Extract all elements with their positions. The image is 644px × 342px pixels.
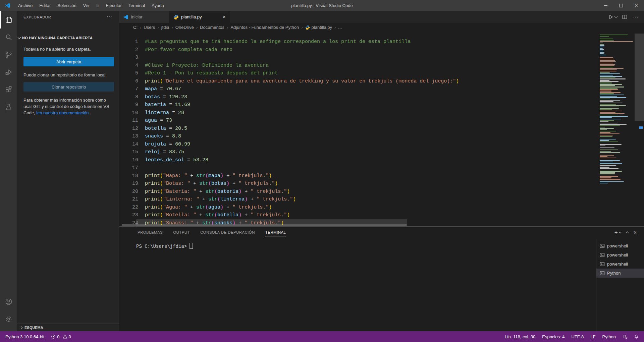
line-text: lentes_de_sol = 53.28 [138,156,208,164]
code-line[interactable]: 5#Reto 1 - Pon tu respuesta después del … [119,69,459,77]
more-actions-icon[interactable]: ··· [632,14,639,20]
encoding-status[interactable]: UTF-8 [572,334,584,339]
overview-ruler-marker [639,126,643,129]
notifications-bell-icon[interactable] [634,334,639,339]
menu-editar[interactable]: Editar [36,0,54,11]
line-text: reloj = 83.75 [138,148,184,156]
breadcrumb-item[interactable]: C: [133,25,138,30]
close-panel-icon[interactable]: × [634,230,637,236]
menu-ir[interactable]: Ir [93,0,102,11]
close-tab-icon[interactable]: × [223,14,226,20]
terminal-list-item[interactable]: Python [596,269,644,278]
breadcrumb-symbol-tail[interactable]: ... [338,25,342,30]
breadcrumb-item[interactable]: Adjuntos - Fundamentos de Python [230,25,299,30]
breadcrumb-item[interactable]: Users [144,25,155,30]
code-editor[interactable]: 1#Las preguntas que te irá haciendo la e… [119,32,644,226]
clone-repo-button[interactable]: Clonar repositorio [23,82,114,92]
outline-section-header[interactable]: ESQUEMA [17,324,119,331]
split-editor-icon[interactable] [622,14,627,19]
python-file-icon [305,25,310,30]
code-line[interactable]: 20print("Batería: " + str(bateria) + " t… [119,188,459,196]
code-line[interactable]: 22print("Agua: " + str(agua) + " trekjul… [119,204,459,212]
breadcrumb-item[interactable]: jfdia [161,25,169,30]
documentation-link[interactable]: lea nuestra documentación [36,110,89,115]
source-control-icon[interactable] [0,46,17,63]
run-python-file-button[interactable] [608,14,617,19]
run-debug-icon[interactable] [0,63,17,81]
eol-status[interactable]: LF [590,334,595,339]
code-line[interactable]: 18print("Mapa: " + str(mapa) + " trekjul… [119,172,459,180]
minimap-line [600,92,621,93]
panel-tab-problemas[interactable]: PROBLEMAS [138,227,163,238]
code-line[interactable]: 1#Las preguntas que te irá haciendo la e… [119,38,459,46]
terminal-list-item[interactable]: powershell [596,250,644,260]
feedback-icon[interactable] [623,334,627,339]
code-line[interactable]: 11agua = 73 [119,117,459,125]
code-line[interactable]: 21print("Linterna: " + str(linterna) + "… [119,195,459,204]
testing-icon[interactable] [0,98,17,116]
code-line[interactable]: 16lentes_de_sol = 53.28 [119,156,459,164]
sidebar-more-actions-icon[interactable]: ··· [107,14,113,20]
line-text: print("Agua: " + str(agua) + " trekjuls.… [138,204,272,212]
code-line[interactable]: 15reloj = 83.75 [119,148,459,156]
tab-iniciar[interactable]: Iniciar [119,11,169,23]
minimap-line [600,135,613,135]
tab-plantilla-py[interactable]: plantilla.py × [169,11,230,23]
breadcrumb-item[interactable]: OneDrive [175,25,194,30]
chevron-down-icon[interactable] [614,15,618,18]
code-line[interactable]: 4#Clase 1 Proyecto: Definiendo la aventu… [119,62,459,70]
open-folder-button[interactable]: Abrir carpeta [23,57,114,66]
menu-ayuda[interactable]: Ayuda [148,0,167,11]
extensions-icon[interactable] [0,81,17,98]
menu-selección[interactable]: Selección [54,0,79,11]
code-line[interactable]: 8botas = 120.23 [119,93,459,101]
close-window-button[interactable]: × [629,0,644,11]
settings-gear-icon[interactable] [0,310,17,328]
panel-tab-output[interactable]: OUTPUT [173,227,190,238]
terminal[interactable]: PS C:\Users\jfdia> [119,239,596,331]
code-line[interactable]: 3 [119,54,459,62]
minimap-line [600,104,616,105]
breadcrumb-item[interactable]: Documentos [200,25,224,30]
editor-scrollbar-thumb[interactable] [635,34,644,121]
tab-label: plantilla.py [181,14,202,19]
terminal-list-item[interactable]: powershell [596,260,644,269]
breadcrumb-file[interactable]: plantilla.py [305,25,332,30]
maximize-button[interactable] [613,0,629,11]
code-line[interactable]: 23print("Botella: " + str(botella) + " t… [119,211,459,219]
code-line[interactable]: 17 [119,164,459,172]
account-icon[interactable] [0,293,17,310]
minimap-line [600,173,615,174]
code-line[interactable]: 14brujula = 60.99 [119,140,459,149]
menu-terminal[interactable]: Terminal [125,0,148,11]
menu-ver[interactable]: Ver [80,0,93,11]
cursor-position-status[interactable]: Lín. 118, col. 30 [505,334,536,339]
menu-archivo[interactable]: Archivo [15,0,36,11]
minimap[interactable] [600,35,635,184]
code-line[interactable]: 19print("Botas: " + str(botas) + " trekj… [119,180,459,188]
language-mode-status[interactable]: Python [602,334,616,339]
new-terminal-button[interactable]: + [614,230,621,235]
explorer-icon[interactable] [0,11,17,28]
terminal-icon [600,243,605,248]
code-line[interactable]: 12botella = 20.5 [119,125,459,133]
no-folder-section-header[interactable]: NO HAY NINGUNA CARPETA ABIERTA [18,34,119,42]
panel-tab-terminal[interactable]: TERMINAL [265,227,286,238]
panel-tab-consola-de-depuraci-n[interactable]: CONSOLA DE DEPURACIÓN [200,227,255,238]
search-icon[interactable] [0,28,17,46]
problems-status[interactable]: 0 0 [51,334,71,339]
menu-ejecutar[interactable]: Ejecutar [102,0,125,11]
code-line[interactable]: 9bateria = 11.69 [119,101,459,109]
code-line[interactable]: 7mapa = 70.67 [119,85,459,93]
code-line[interactable]: 6print("Define el equipamiento para una … [119,77,459,86]
minimap-line [600,167,609,167]
minimap-line [600,55,606,55]
code-line[interactable]: 10linterna = 28 [119,109,459,117]
code-line[interactable]: 2#Por favor completa cada reto [119,46,459,54]
maximize-panel-icon[interactable] [626,231,629,235]
terminal-list-item[interactable]: powershell [596,241,644,250]
indentation-status[interactable]: Espacios: 4 [542,334,565,339]
code-line[interactable]: 13snacks = 8.8 [119,132,459,140]
python-interpreter-status[interactable]: Python 3.10.0 64-bit [5,334,44,339]
minimize-button[interactable] [598,0,613,11]
